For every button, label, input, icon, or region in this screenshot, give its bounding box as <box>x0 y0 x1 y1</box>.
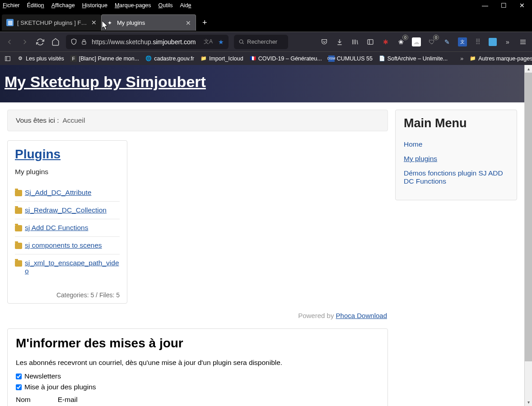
bookmarks-sidebar-icon[interactable] <box>5 55 11 62</box>
menu-marquepages[interactable]: Marque-pages <box>115 2 151 9</box>
toolbar-extensions: ✱ ❀0 ☁ 🛡0 ✎ 文 ⦙⦙⦙ » <box>320 37 527 46</box>
ext-icon-5[interactable]: ✎ <box>443 37 452 46</box>
bm-softarchive[interactable]: 📄SoftArchive – Unlimite... <box>379 55 448 62</box>
tab-close-icon[interactable]: ✕ <box>91 19 97 26</box>
window-controls: — ☐ ✕ <box>482 2 529 9</box>
scroll-up-icon[interactable]: ▴ <box>525 65 532 73</box>
ext-icon-1[interactable]: ✱ <box>381 37 390 46</box>
search-icon <box>238 39 244 45</box>
shield-icon <box>70 38 77 45</box>
toolbar: https://www.sketchup.simjoubert.com 文A ★… <box>0 32 532 51</box>
url-bar[interactable]: https://www.sketchup.simjoubert.com 文A ★ <box>66 35 229 49</box>
plugins-stats: Categories: 5 / Files: 5 <box>15 288 120 299</box>
ext-icon-3[interactable]: ☁ <box>412 37 421 46</box>
folder-icon <box>15 225 22 231</box>
label-nom: Nom <box>16 396 31 406</box>
menu-outils[interactable]: Outils <box>159 2 173 9</box>
other-bookmarks[interactable]: 📁Autres marque-pages <box>470 55 532 62</box>
subscribe-desc: Les abonnés recevront un courriel, dès q… <box>16 359 379 367</box>
bookmarks-overflow-icon[interactable]: » <box>460 55 463 62</box>
ext-icon-8[interactable] <box>489 38 497 46</box>
phoca-link[interactable]: Phoca Download <box>336 312 387 319</box>
plugin-link[interactable]: sj Add DC Functions <box>25 224 88 232</box>
checkbox-input[interactable] <box>16 384 22 390</box>
download-icon[interactable] <box>335 37 344 46</box>
app-menu-icon[interactable] <box>518 37 527 46</box>
site-title-link[interactable]: My Sketchup by Simjoubert <box>5 73 206 90</box>
svg-rect-2 <box>368 39 373 44</box>
menu-historique[interactable]: Historique <box>82 2 107 9</box>
plugins-heading-link[interactable]: Plugins <box>15 147 61 161</box>
bm-most-visited[interactable]: ⚙Les plus visités <box>17 55 64 62</box>
breadcrumb: Vous êtes ici : Accueil <box>7 110 388 131</box>
menu-link-home[interactable]: Home <box>404 140 422 148</box>
tab-my-plugins[interactable]: ✦ My plugins ✕ <box>101 14 196 31</box>
list-item: sj Add DC Functions <box>15 219 120 237</box>
menu-link-myplugins[interactable]: My plugins <box>404 155 437 162</box>
checkbox-updates[interactable]: Mise à jour des plugins <box>16 383 379 391</box>
subscribe-card: M'informer des mises à jour Les abonnés … <box>7 328 388 406</box>
pocket-icon[interactable] <box>320 37 329 46</box>
list-item: sj_xml_to_enscape_path_video <box>15 254 120 280</box>
bm-import-icloud[interactable]: 📁Import_Icloud <box>201 55 243 62</box>
page-header: My Sketchup by Simjoubert <box>0 65 524 102</box>
home-button[interactable] <box>51 37 61 47</box>
maximize-button[interactable]: ☐ <box>501 2 507 9</box>
subscribe-heading: M'informer des mises à jour <box>16 336 379 351</box>
tab-close-icon[interactable]: ✕ <box>186 19 191 27</box>
tab-title: My plugins <box>117 19 182 26</box>
close-button[interactable]: ✕ <box>519 2 525 9</box>
scrollbar-thumb[interactable] <box>525 73 532 361</box>
vertical-scrollbar[interactable]: ▴ ▾ <box>524 65 532 406</box>
menu-affichage[interactable]: Affichage <box>51 2 75 9</box>
label-email: E-mail <box>58 396 78 406</box>
favicon-icon: ✦ <box>106 19 113 27</box>
translate-icon[interactable]: 文A <box>204 38 213 46</box>
bookmarks-bar: ⚙Les plus visités F[Blanc] Panne de mon.… <box>0 51 532 65</box>
menu-fichier[interactable]: Fichier <box>3 2 20 9</box>
bm-blanc[interactable]: F[Blanc] Panne de mon... <box>70 55 139 62</box>
url-text: https://www.sketchup.simjoubert.com <box>92 38 204 46</box>
ext-icon-6[interactable]: 文 <box>458 37 467 46</box>
scroll-down-icon[interactable]: ▾ <box>525 398 532 406</box>
sidebar-icon[interactable] <box>366 37 375 46</box>
back-button[interactable] <box>5 37 14 47</box>
checkbox-input[interactable] <box>16 374 22 379</box>
ext-icon-7[interactable]: ⦙⦙⦙ <box>473 37 482 46</box>
menu-aide[interactable]: Aide <box>180 2 191 9</box>
plugin-link[interactable]: Sj_Add_DC_Attribute <box>25 189 91 197</box>
lock-icon <box>81 39 87 45</box>
menu-heading: Main Menu <box>404 116 509 130</box>
plugin-link[interactable]: sj_Redraw_DC_Collection <box>25 206 107 214</box>
menu-link-demos[interactable]: Démos fonctions plugin SJ ADD DC Functio… <box>404 169 503 185</box>
menu-edition[interactable]: Édition <box>27 2 44 9</box>
search-bar[interactable]: Rechercher <box>234 35 288 49</box>
bookmark-star-icon[interactable]: ★ <box>218 38 224 46</box>
svg-rect-0 <box>82 42 86 44</box>
overflow-icon[interactable]: » <box>503 37 512 46</box>
checkbox-newsletters[interactable]: Newsletters <box>16 372 379 380</box>
plugin-link[interactable]: sj components to scenes <box>25 241 102 249</box>
tab-bar: ▦ [ SKETCHUP plugins ] Flightpat ✕ ✦ My … <box>0 11 532 32</box>
minimize-button[interactable]: — <box>482 2 488 9</box>
reload-button[interactable] <box>35 37 45 47</box>
tab-sketchup-plugins[interactable]: ▦ [ SKETCHUP plugins ] Flightpat ✕ <box>2 14 101 31</box>
plugin-link[interactable]: sj_xml_to_enscape_path_video <box>25 259 120 275</box>
new-tab-button[interactable]: + <box>202 18 207 28</box>
folder-icon <box>15 208 22 214</box>
library-icon[interactable] <box>350 37 359 46</box>
menubar: Fichier Édition Affichage Historique Mar… <box>0 0 532 11</box>
list-item: sj components to scenes <box>15 237 120 254</box>
list-item: sj_Redraw_DC_Collection <box>15 202 120 219</box>
bm-cadastre[interactable]: 🌐cadastre.gouv.fr <box>145 55 194 62</box>
main-menu-card: Main Menu Home My plugins Démos fonction… <box>395 110 517 200</box>
forward-button[interactable] <box>20 37 30 47</box>
folder-icon <box>15 260 22 267</box>
bm-cumulus[interactable]: DSMCUMULUS 55 <box>328 55 373 62</box>
plugins-subtitle: My plugins <box>15 168 120 176</box>
tab-title: [ SKETCHUP plugins ] Flightpat <box>17 19 88 26</box>
bm-covid[interactable]: 🇫🇷COVID-19 – Générateu... <box>250 55 322 62</box>
ext-icon-4[interactable]: 🛡0 <box>427 37 436 46</box>
ext-icon-2[interactable]: ❀0 <box>397 37 406 46</box>
page-content: My Sketchup by Simjoubert Vous êtes ici … <box>0 65 524 406</box>
